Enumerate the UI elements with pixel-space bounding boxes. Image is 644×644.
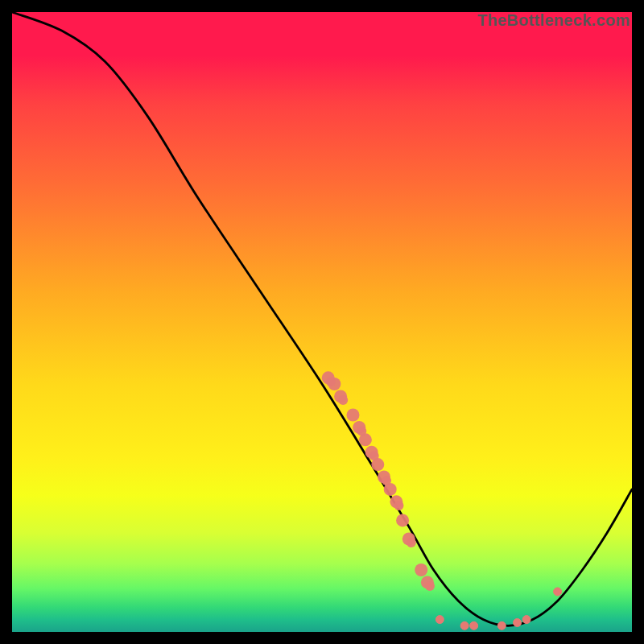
chart-svg bbox=[12, 12, 632, 632]
data-marker bbox=[470, 621, 478, 630]
data-marker bbox=[436, 616, 444, 624]
plot-area: TheBottleneck.com bbox=[12, 12, 632, 632]
data-marker bbox=[554, 588, 562, 596]
data-marker bbox=[394, 501, 403, 510]
data-marker bbox=[347, 409, 360, 422]
data-marker bbox=[382, 476, 391, 485]
data-marker bbox=[460, 621, 469, 630]
data-markers bbox=[322, 371, 562, 630]
watermark-text: TheBottleneck.com bbox=[477, 11, 630, 30]
chart-frame: TheBottleneck.com bbox=[12, 12, 632, 632]
data-marker bbox=[369, 451, 379, 460]
data-marker bbox=[407, 538, 416, 547]
data-marker bbox=[415, 564, 427, 576]
data-marker bbox=[396, 514, 409, 526]
data-marker bbox=[338, 395, 348, 405]
data-marker bbox=[357, 427, 366, 436]
data-marker bbox=[497, 621, 506, 630]
data-marker bbox=[514, 618, 522, 626]
data-marker bbox=[425, 581, 435, 591]
data-marker bbox=[326, 377, 336, 386]
bottleneck-curve bbox=[12, 12, 632, 625]
data-marker bbox=[522, 616, 530, 624]
